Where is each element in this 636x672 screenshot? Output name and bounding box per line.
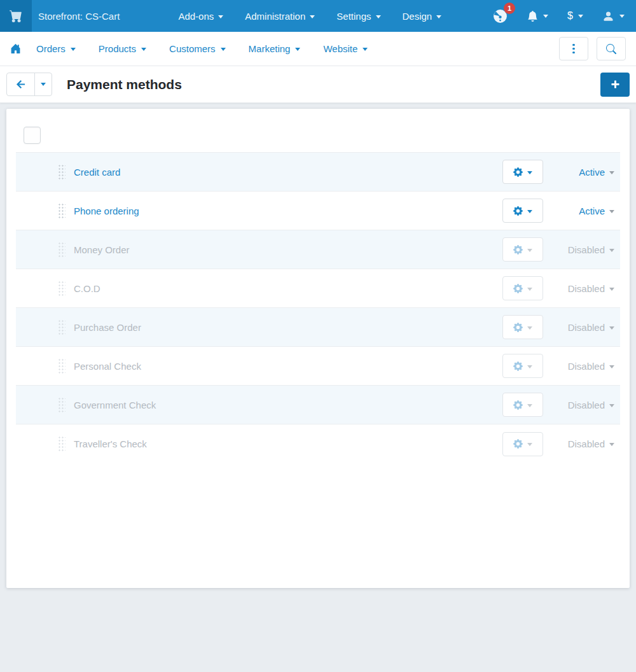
drag-handle-icon[interactable] <box>57 241 66 258</box>
cart-icon <box>10 10 22 22</box>
chevron-down-icon <box>543 15 548 18</box>
row-settings-button[interactable] <box>502 315 543 339</box>
row-settings-button[interactable] <box>502 393 543 417</box>
status-dropdown[interactable]: Disabled <box>543 361 614 372</box>
payment-method-link[interactable]: Money Order <box>74 244 502 255</box>
status-label: Disabled <box>568 361 605 372</box>
row-settings-button[interactable] <box>502 354 543 378</box>
plus-icon <box>610 79 621 90</box>
drag-handle-icon[interactable] <box>57 396 66 414</box>
menu-administration[interactable]: Administration <box>245 11 315 22</box>
currency-dropdown[interactable]: $ <box>567 10 583 22</box>
row-settings-button[interactable] <box>502 432 543 456</box>
storefront-button[interactable] <box>0 0 32 32</box>
menu-settings[interactable]: Settings <box>336 11 380 22</box>
chevron-down-icon <box>578 15 583 18</box>
gear-icon <box>513 439 523 449</box>
chevron-down-icon <box>527 288 532 291</box>
status-dropdown[interactable]: Disabled <box>543 400 614 410</box>
chevron-down-icon <box>527 404 532 407</box>
status-label: Disabled <box>568 400 605 410</box>
status-label: Disabled <box>568 244 605 255</box>
status-dropdown[interactable]: Disabled <box>543 244 614 255</box>
status-label: Disabled <box>568 322 605 333</box>
select-all-checkbox[interactable] <box>24 127 41 144</box>
payment-method-row: Money Order Disabled <box>16 230 620 269</box>
nav-customers[interactable]: Customers <box>169 43 226 54</box>
nav-website[interactable]: Website <box>323 43 368 54</box>
home-button[interactable] <box>10 43 21 54</box>
main-nav: Orders Products Customers Marketing Webs… <box>0 32 636 66</box>
status-dropdown[interactable]: Active <box>543 206 614 216</box>
nav-customers-label: Customers <box>169 43 216 54</box>
payment-method-row: Government Check Disabled <box>16 386 620 424</box>
chevron-down-icon <box>527 365 532 368</box>
chevron-down-icon <box>609 365 614 368</box>
storefront-label[interactable]: Storefront: CS-Cart <box>38 11 120 22</box>
top-bar: Storefront: CS-Cart Add-ons Administrati… <box>0 0 636 32</box>
menu-administration-label: Administration <box>245 11 305 22</box>
drag-handle-icon[interactable] <box>57 319 66 336</box>
payment-method-link[interactable]: Government Check <box>74 400 502 410</box>
more-actions-button[interactable] <box>559 37 588 60</box>
menu-addons-label: Add-ons <box>178 11 214 22</box>
payment-method-link[interactable]: Traveller's Check <box>74 438 502 449</box>
payment-method-link[interactable]: Credit card <box>74 167 502 178</box>
nav-products-label: Products <box>99 43 136 54</box>
gear-icon <box>513 361 523 371</box>
chevron-down-icon <box>527 210 532 213</box>
payment-method-link[interactable]: Phone ordering <box>74 206 502 216</box>
search-button[interactable] <box>597 37 626 60</box>
chevron-down-icon <box>295 48 300 51</box>
payment-methods-list: Credit card Active Phone ordering Active… <box>16 152 620 463</box>
home-icon <box>10 43 21 54</box>
back-split-button <box>6 73 52 96</box>
drag-handle-icon[interactable] <box>57 280 66 297</box>
drag-handle-icon[interactable] <box>57 358 66 375</box>
nav-actions <box>559 37 626 60</box>
row-settings-button[interactable] <box>502 160 543 184</box>
payment-method-link[interactable]: Purchase Order <box>74 322 502 333</box>
nav-website-label: Website <box>323 43 357 54</box>
gear-icon <box>513 245 523 255</box>
row-settings-button[interactable] <box>502 276 543 300</box>
drag-handle-icon[interactable] <box>57 164 66 181</box>
chevron-down-icon <box>609 404 614 407</box>
account-dropdown[interactable] <box>602 10 625 22</box>
nav-marketing-label: Marketing <box>249 43 291 54</box>
vertical-ellipsis-icon <box>572 44 575 54</box>
add-payment-method-button[interactable] <box>600 73 630 97</box>
chevron-down-icon <box>218 15 223 18</box>
payment-method-link[interactable]: Personal Check <box>74 361 502 372</box>
drag-handle-icon[interactable] <box>57 202 66 220</box>
row-settings-button[interactable] <box>502 199 543 223</box>
chevron-down-icon <box>609 249 614 252</box>
payment-method-row: Credit card Active <box>16 153 620 192</box>
news-button[interactable]: 1 <box>492 8 508 24</box>
back-history-dropdown[interactable] <box>34 73 52 95</box>
notification-badge: 1 <box>504 3 515 14</box>
chevron-down-icon <box>609 171 614 174</box>
status-dropdown[interactable]: Active <box>543 167 614 178</box>
nav-marketing[interactable]: Marketing <box>249 43 301 54</box>
nav-orders[interactable]: Orders <box>36 43 76 54</box>
payment-method-row: C.O.D Disabled <box>16 269 620 308</box>
back-button[interactable] <box>7 73 34 95</box>
chevron-down-icon <box>619 15 625 18</box>
row-settings-button[interactable] <box>502 237 543 262</box>
status-dropdown[interactable]: Disabled <box>543 283 614 294</box>
nav-products[interactable]: Products <box>99 43 146 54</box>
status-label: Disabled <box>568 283 605 294</box>
payment-method-link[interactable]: C.O.D <box>74 283 502 294</box>
drag-handle-icon[interactable] <box>57 435 66 452</box>
notifications-dropdown[interactable] <box>527 11 548 22</box>
chevron-down-icon <box>609 210 614 213</box>
status-dropdown[interactable]: Disabled <box>543 322 614 333</box>
menu-addons[interactable]: Add-ons <box>178 11 223 22</box>
menu-design[interactable]: Design <box>403 11 442 22</box>
status-dropdown[interactable]: Disabled <box>543 438 614 449</box>
status-label: Active <box>579 167 605 178</box>
chevron-down-icon <box>436 15 441 18</box>
search-icon <box>606 44 616 54</box>
main-nav-items: Orders Products Customers Marketing Webs… <box>36 43 368 54</box>
